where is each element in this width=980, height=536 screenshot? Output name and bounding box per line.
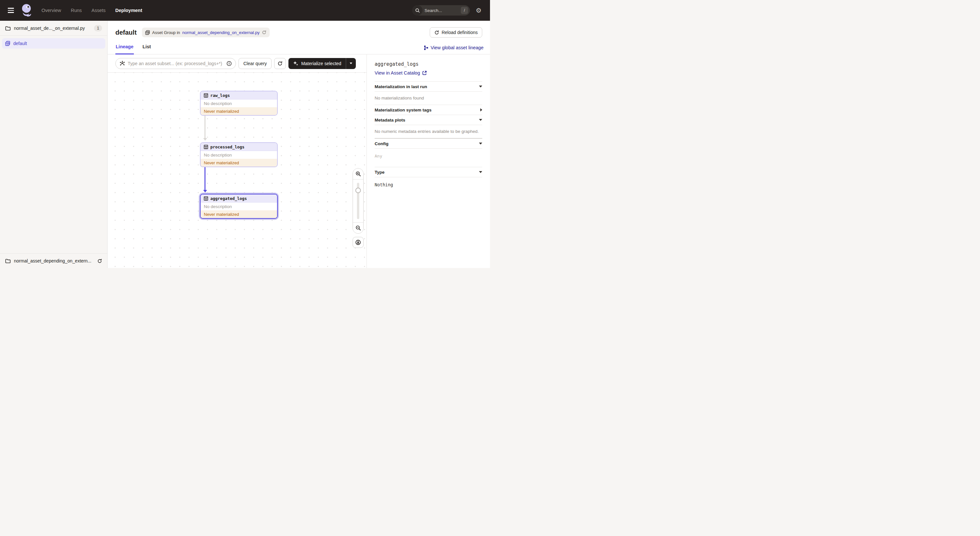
asset-node-processed-logs[interactable]: processed_logs No description Never mate… (200, 142, 278, 167)
view-global-asset-lineage-link[interactable]: View global asset lineage (424, 45, 484, 54)
section-header-label: Config (375, 141, 388, 146)
dagster-logo[interactable] (21, 3, 33, 17)
config-value: Any (375, 149, 482, 167)
asset-status: Never materialized (200, 107, 277, 115)
top-nav: Overview Runs Assets Deployment / ⚙ (0, 0, 490, 21)
caret-down-icon (350, 62, 352, 64)
edge-processed-to-aggregated (205, 167, 205, 190)
section-header-label: Materialization system tags (375, 108, 432, 113)
zoom-in-button[interactable] (353, 169, 363, 180)
lineage-graph-section: Clear query Materialize selected (108, 54, 366, 268)
asset-subset-input[interactable] (128, 61, 224, 66)
nav-overview[interactable]: Overview (41, 8, 61, 13)
chevron-down-icon (479, 171, 482, 173)
search-input[interactable] (423, 8, 461, 13)
view-in-asset-catalog-label: View in Asset Catalog (375, 70, 420, 75)
info-icon[interactable] (226, 61, 232, 66)
section-type[interactable]: Type (375, 167, 482, 177)
repo-count-badge: 1 (94, 25, 102, 32)
chevron-down-icon (479, 119, 482, 121)
table-icon (204, 93, 208, 97)
app-root: Overview Runs Assets Deployment / ⚙ norm (0, 0, 490, 268)
asset-description: No description (200, 151, 277, 159)
main-content: default Asset Group in normal_asset_depe… (108, 21, 490, 268)
materialize-selected-label: Materialize selected (301, 61, 341, 66)
lineage-toolbar: Clear query Materialize selected (108, 54, 366, 73)
chevron-right-icon (480, 108, 482, 111)
nav-runs[interactable]: Runs (71, 8, 82, 13)
sidebar-repo-item[interactable]: normal_asset_de..._on_external.py 1 (0, 21, 107, 36)
refresh-icon (434, 30, 439, 35)
asset-name: raw_logs (210, 93, 230, 98)
tab-list[interactable]: List (142, 41, 151, 54)
asset-description: No description (200, 100, 277, 107)
type-value: Nothing (375, 177, 482, 192)
asset-group-icon (5, 41, 10, 46)
section-materialization-last-run[interactable]: Materialization in last run (375, 82, 482, 91)
section-config[interactable]: Config (375, 139, 482, 148)
nav-right-cluster: / ⚙ (412, 5, 482, 16)
asset-node-aggregated-logs[interactable]: aggregated_logs No description Never mat… (200, 194, 278, 219)
nav-assets[interactable]: Assets (91, 8, 106, 13)
no-metadata-text: No numeric metadata entries available to… (375, 125, 482, 138)
menu-button[interactable] (8, 6, 16, 14)
settings-gear-icon[interactable]: ⚙ (476, 7, 482, 14)
lineage-graph-icon (424, 45, 428, 50)
materialize-selected-button[interactable]: Materialize selected (288, 58, 356, 69)
folder-icon (5, 26, 11, 31)
sparkle-icon (293, 60, 299, 66)
tabs-row: Lineage List View global asset lineage (108, 41, 490, 54)
asset-group-breadcrumb: Asset Group in normal_asset_depending_on… (142, 27, 270, 37)
zoom-out-button[interactable] (353, 222, 363, 233)
table-icon (204, 145, 208, 149)
tab-lineage[interactable]: Lineage (115, 41, 134, 54)
page-title: default (115, 29, 137, 36)
section-header-label: Type (375, 170, 385, 175)
nav-deployment[interactable]: Deployment (115, 8, 142, 13)
asset-subset-input-wrap[interactable] (115, 58, 236, 69)
asset-node-raw-logs[interactable]: raw_logs No description Never materializ… (200, 91, 278, 116)
primary-nav: Overview Runs Assets Deployment (41, 8, 142, 13)
sidebar-item-default[interactable]: default (2, 38, 105, 49)
zoom-control (353, 168, 364, 248)
section-header-label: Materialization in last run (375, 84, 427, 89)
breadcrumb-refresh-icon[interactable] (262, 30, 266, 35)
reload-definitions-button[interactable]: Reload definitions (430, 27, 482, 38)
folder-icon (5, 259, 11, 264)
reload-definitions-label: Reload definitions (442, 30, 478, 35)
sidebar-code-location[interactable]: normal_asset_depending_on_extern... (0, 253, 107, 268)
section-materialization-system-tags[interactable]: Materialization system tags (375, 105, 482, 115)
asset-description: No description (200, 202, 277, 210)
breadcrumb-link[interactable]: normal_asset_depending_on_external.py (183, 30, 260, 35)
materialize-dropdown-caret[interactable] (346, 58, 356, 69)
zoom-slider-thumb[interactable] (355, 188, 361, 193)
breadcrumb-prefix: Asset Group in (152, 30, 180, 35)
asset-name: aggregated_logs (210, 196, 247, 201)
section-header-label: Metadata plots (375, 118, 406, 122)
clear-query-button[interactable]: Clear query (239, 58, 272, 69)
section-metadata-plots[interactable]: Metadata plots (375, 115, 482, 125)
edge-raw-to-processed (205, 116, 205, 138)
table-icon (204, 196, 208, 200)
chevron-down-icon (479, 86, 482, 87)
zoom-slider[interactable] (353, 180, 363, 222)
search-icon (412, 5, 423, 16)
chevron-down-icon (479, 143, 482, 145)
asset-name: processed_logs (210, 145, 244, 150)
search-shortcut-badge: / (461, 7, 468, 14)
code-location-label: normal_asset_depending_on_extern... (14, 258, 94, 264)
asset-status: Never materialized (200, 159, 277, 167)
refresh-graph-button[interactable] (274, 58, 286, 69)
download-view-button[interactable] (353, 237, 364, 248)
external-link-icon (422, 71, 427, 75)
asset-status: Never materialized (200, 210, 277, 218)
search-box[interactable]: / (412, 5, 470, 16)
sidebar-item-label: default (13, 41, 27, 46)
lineage-canvas[interactable]: raw_logs No description Never materializ… (108, 73, 366, 268)
view-in-asset-catalog-link[interactable]: View in Asset Catalog (375, 70, 427, 75)
reload-location-icon[interactable] (97, 259, 102, 264)
page-header: default Asset Group in normal_asset_depe… (108, 21, 490, 38)
asset-group-icon (145, 30, 150, 35)
selected-asset-title: aggregated_logs (375, 61, 482, 67)
op-selector-icon (119, 60, 125, 66)
